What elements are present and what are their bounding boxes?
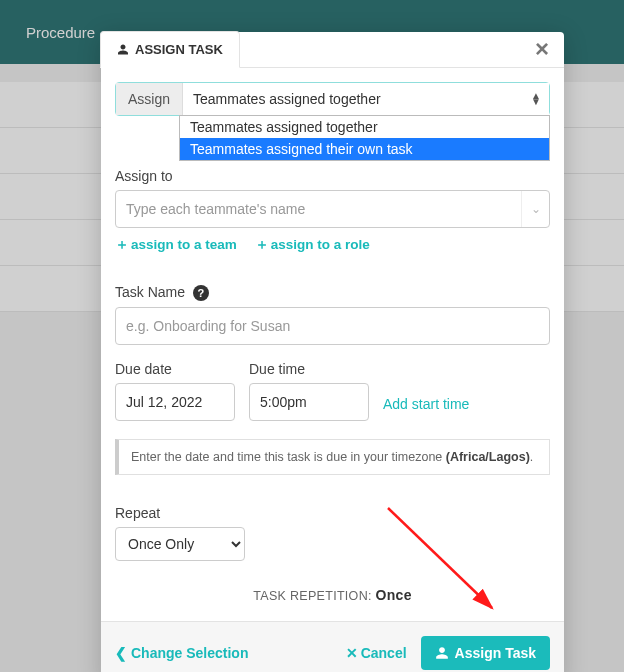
chevron-down-icon[interactable]: ⌄ [521, 191, 549, 227]
modal-header: ASSIGN TASK × [101, 32, 564, 68]
assign-to-input[interactable]: Type each teammate's name ⌄ [115, 190, 550, 228]
due-date-col: Due date [115, 361, 235, 421]
repeat-select[interactable]: Once Only [115, 527, 245, 561]
plus-icon: ＋ [115, 237, 129, 252]
due-date-label: Due date [115, 361, 235, 377]
person-icon [117, 43, 129, 56]
modal-footer: ❮Change Selection ✕Cancel Assign Task [101, 621, 564, 672]
close-icon: ✕ [346, 645, 358, 661]
assign-label: Assign [116, 83, 183, 115]
timezone-note: Enter the date and time this task is due… [115, 439, 550, 475]
due-time-label: Due time [249, 361, 369, 377]
person-icon [435, 646, 449, 660]
assign-to-placeholder: Type each teammate's name [116, 201, 521, 217]
assign-role-link[interactable]: ＋assign to a role [255, 236, 370, 254]
plus-icon: ＋ [255, 237, 269, 252]
add-start-time-link[interactable]: Add start time [383, 396, 469, 412]
due-time-col: Due time [249, 361, 369, 421]
repeat-label: Repeat [115, 505, 550, 521]
assign-links: ＋assign to a team ＋assign to a role [115, 236, 550, 254]
modal-body: Assign Teammates assigned together ▲▼ Te… [101, 68, 564, 621]
close-icon[interactable]: × [530, 38, 554, 62]
task-name-input[interactable] [115, 307, 550, 345]
due-row: Due date Due time Add start time [115, 361, 550, 421]
help-icon[interactable]: ? [193, 285, 209, 301]
due-date-input[interactable] [115, 383, 235, 421]
tab-assign-task[interactable]: ASSIGN TASK [100, 31, 240, 68]
chevron-left-icon: ❮ [115, 645, 127, 661]
assign-to-label: Assign to [115, 168, 550, 184]
task-name-label: Task Name ? [115, 284, 550, 301]
assign-mode-select[interactable]: Teammates assigned together ▲▼ [183, 83, 549, 115]
assign-task-modal: ASSIGN TASK × Assign Teammates assigned … [101, 32, 564, 672]
task-repetition: TASK REPETITION: Once [115, 587, 550, 603]
sort-icon: ▲▼ [531, 93, 541, 105]
assign-team-link[interactable]: ＋assign to a team [115, 236, 237, 254]
tab-label: ASSIGN TASK [135, 42, 223, 57]
due-time-input[interactable] [249, 383, 369, 421]
change-selection-link[interactable]: ❮Change Selection [115, 645, 248, 661]
assign-mode-option-own[interactable]: Teammates assigned their own task [180, 138, 549, 160]
assign-mode-row: Assign Teammates assigned together ▲▼ Te… [115, 82, 550, 116]
assign-mode-selected: Teammates assigned together [193, 91, 381, 107]
assign-mode-option-together[interactable]: Teammates assigned together [180, 116, 549, 138]
cancel-button[interactable]: ✕Cancel [346, 645, 407, 661]
assign-mode-dropdown: Teammates assigned together Teammates as… [179, 115, 550, 161]
assign-task-button[interactable]: Assign Task [421, 636, 550, 670]
